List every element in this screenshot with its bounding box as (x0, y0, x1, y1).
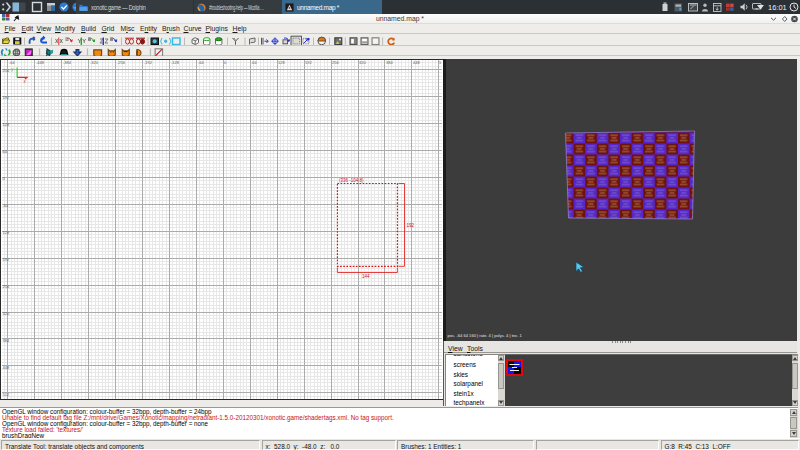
svg-text:-320: -320 (90, 60, 99, 65)
svg-text:192: 192 (407, 223, 415, 228)
svg-text:pos. -64 64 160 | rate. 4 | po: pos. -64 64 160 | rate. 4 | polys. 4 | t… (447, 333, 522, 338)
svg-text:-256: -256 (117, 60, 126, 65)
svg-text:384: 384 (386, 60, 393, 65)
svg-text:192: 192 (3, 95, 10, 100)
svg-text:192: 192 (305, 60, 312, 65)
svg-text:-192: -192 (144, 60, 153, 65)
svg-text:128: 128 (3, 122, 10, 127)
svg-text:128: 128 (278, 60, 285, 65)
svg-text:128: 128 (3, 230, 10, 235)
svg-text:448: 448 (413, 60, 420, 65)
svg-text:-128: -128 (171, 60, 180, 65)
svg-text:(336 -104 8): (336 -104 8) (339, 178, 364, 183)
svg-text:-64: -64 (198, 60, 205, 65)
svg-text:320: 320 (3, 311, 10, 316)
svg-text:192: 192 (3, 257, 10, 262)
svg-text:384: 384 (3, 338, 10, 343)
svg-text:64: 64 (3, 149, 8, 154)
svg-text:-64: -64 (3, 203, 10, 208)
svg-text:512: 512 (3, 392, 10, 397)
svg-text:-448: -448 (36, 60, 45, 65)
svg-text:448: 448 (3, 365, 10, 370)
svg-text:256: 256 (3, 68, 10, 73)
svg-text:-384: -384 (63, 60, 72, 65)
svg-text:256: 256 (332, 60, 339, 65)
svg-text:-64: -64 (9, 60, 16, 65)
svg-text:256: 256 (3, 284, 10, 289)
svg-text:144: 144 (362, 274, 370, 279)
svg-text:-64: -64 (251, 60, 258, 65)
svg-text:320: 320 (359, 60, 366, 65)
